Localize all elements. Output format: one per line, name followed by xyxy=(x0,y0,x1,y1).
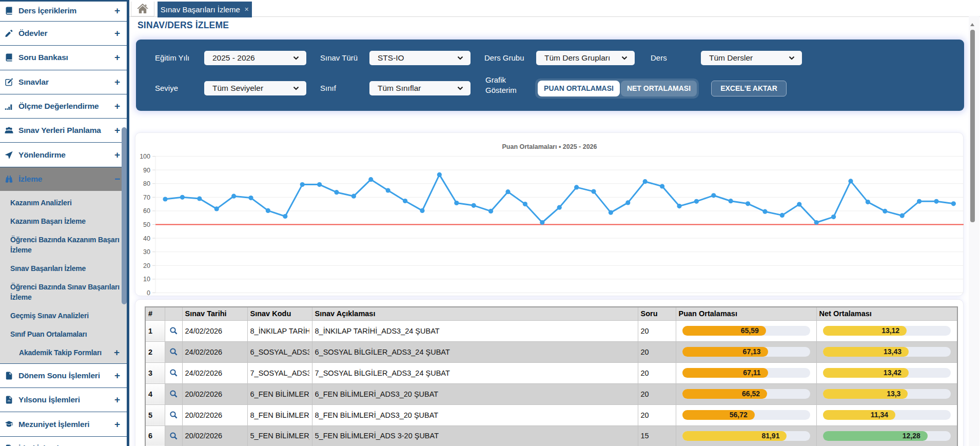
svg-text:50: 50 xyxy=(143,221,150,228)
svg-text:40: 40 xyxy=(143,235,150,242)
svg-text:70: 70 xyxy=(143,194,150,201)
svg-text:80: 80 xyxy=(143,180,150,187)
svg-text:20: 20 xyxy=(143,262,150,269)
svg-text:100: 100 xyxy=(140,153,150,160)
svg-text:Puan Ortalamaları • 2025 - 202: Puan Ortalamaları • 2025 - 2026 xyxy=(502,143,597,150)
svg-text:0: 0 xyxy=(147,289,150,297)
svg-text:60: 60 xyxy=(143,207,150,215)
svg-text:90: 90 xyxy=(143,167,150,174)
svg-text:10: 10 xyxy=(143,276,150,283)
svg-text:30: 30 xyxy=(143,248,150,256)
